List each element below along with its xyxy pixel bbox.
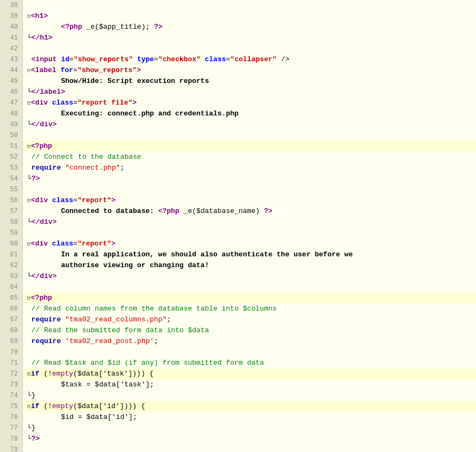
token-php-tag: ?> bbox=[31, 173, 40, 184]
token-tag: <label bbox=[31, 65, 56, 76]
token-fold[interactable]: ⊟ bbox=[27, 240, 30, 248]
line-number: 41 bbox=[0, 33, 22, 43]
token-plain: ( bbox=[73, 369, 78, 379]
token-plain bbox=[61, 163, 65, 173]
token-php-keyword: if bbox=[31, 401, 40, 412]
token-attr-value: "show_reports" bbox=[74, 54, 133, 65]
line-number: 48 bbox=[0, 108, 22, 119]
code-line bbox=[23, 0, 476, 11]
token-attr-value: "show_reports" bbox=[78, 65, 137, 76]
line-number: 74 bbox=[0, 390, 22, 401]
code-line: Executing: connect.php and credentials.p… bbox=[23, 108, 476, 119]
code-content[interactable]: ⊟<h1> <?php _e($app_title); ?>└</h1> <in… bbox=[23, 0, 476, 452]
code-line: ⊟<div class="report"> bbox=[23, 238, 476, 249]
token-fold[interactable]: ⊟ bbox=[27, 197, 30, 205]
code-line: └} bbox=[23, 423, 476, 434]
token-plain: = bbox=[74, 412, 86, 423]
token-php-var: $database_name bbox=[196, 206, 255, 217]
line-numbers: 3839404142434445464748495051525354555657… bbox=[0, 0, 23, 452]
code-line bbox=[23, 184, 476, 195]
code-line: ⊟if (!empty($data['task']))) { bbox=[23, 369, 476, 379]
token-php-string-sq: 'tma02_read_post.php' bbox=[65, 336, 154, 347]
line-number: 63 bbox=[0, 271, 22, 282]
line-number: 56 bbox=[0, 195, 22, 206]
token-php-var: $data['task'] bbox=[78, 369, 132, 379]
token-fold[interactable]: ⊟ bbox=[27, 403, 30, 411]
token-php-var: $id bbox=[61, 412, 73, 423]
token-php-func: empty bbox=[52, 401, 73, 412]
line-number: 58 bbox=[0, 217, 22, 228]
token-tag: </div> bbox=[31, 217, 57, 228]
token-fold[interactable]: ⊟ bbox=[27, 294, 30, 302]
line-number: 57 bbox=[0, 206, 22, 217]
line-number: 53 bbox=[0, 163, 22, 173]
token-plain: (! bbox=[40, 401, 52, 412]
token-plain bbox=[27, 206, 61, 217]
token-php-comment: // Read column names from the database t… bbox=[31, 304, 276, 314]
code-line bbox=[23, 444, 476, 452]
token-attr-name: id bbox=[61, 54, 69, 65]
code-line: // Read the submitted form data into $da… bbox=[23, 325, 476, 336]
code-line: └</div> bbox=[23, 217, 476, 228]
token-attr-name: type bbox=[137, 54, 154, 65]
code-line: └</div> bbox=[23, 119, 476, 130]
token-text-content: authorise viewing or changing data! bbox=[61, 260, 209, 271]
token-plain: /> bbox=[276, 54, 289, 65]
line-number: 59 bbox=[0, 228, 22, 238]
token-plain bbox=[27, 336, 31, 347]
token-php-var: $data['id'] bbox=[78, 401, 124, 412]
code-line: └?> bbox=[23, 173, 476, 184]
line-number: 54 bbox=[0, 173, 22, 184]
token-plain: └ bbox=[27, 173, 31, 184]
token-plain: (! bbox=[40, 369, 52, 379]
line-number: 47 bbox=[0, 98, 22, 108]
token-tag: <div bbox=[31, 195, 48, 206]
line-number: 39 bbox=[0, 11, 22, 22]
code-line: ⊟<h1> bbox=[23, 11, 476, 22]
token-plain: ; bbox=[150, 379, 154, 390]
line-number: 75 bbox=[0, 401, 22, 412]
line-number: 61 bbox=[0, 249, 22, 260]
token-fold[interactable]: ⊟ bbox=[27, 12, 30, 21]
token-tag: <input bbox=[31, 54, 57, 65]
code-line: ⊟<?php bbox=[23, 293, 476, 304]
line-number: 45 bbox=[0, 76, 22, 87]
line-number: 69 bbox=[0, 336, 22, 347]
token-attr-name: class bbox=[52, 195, 73, 206]
token-php-tag: <?php bbox=[31, 141, 52, 152]
token-plain: = bbox=[73, 195, 78, 206]
code-line: // Read column names from the database t… bbox=[23, 304, 476, 314]
code-line: └?> bbox=[23, 434, 476, 444]
token-plain bbox=[27, 412, 61, 423]
token-attr-value: "report" bbox=[78, 195, 111, 206]
token-tag: > bbox=[111, 238, 115, 249]
token-plain bbox=[201, 54, 205, 65]
token-plain bbox=[27, 76, 61, 87]
token-plain bbox=[27, 260, 61, 271]
token-plain: = bbox=[82, 379, 94, 390]
token-fold[interactable]: ⊟ bbox=[27, 370, 30, 378]
token-plain: = bbox=[73, 238, 78, 249]
token-plain bbox=[27, 54, 31, 65]
token-fold[interactable]: ⊟ bbox=[27, 99, 30, 107]
code-line: $id = $data['id']; bbox=[23, 412, 476, 423]
token-plain bbox=[27, 314, 31, 325]
token-plain bbox=[61, 314, 65, 325]
token-php-comment: // Read the submitted form data into $da… bbox=[31, 325, 209, 336]
token-php-keyword: require bbox=[31, 163, 61, 173]
token-tag: > bbox=[132, 98, 137, 108]
token-plain: └ bbox=[27, 434, 31, 444]
token-plain: ; bbox=[166, 314, 171, 325]
code-line: ⊟<?php bbox=[23, 141, 476, 152]
token-plain bbox=[48, 98, 52, 108]
token-attr-value: "report" bbox=[78, 238, 111, 249]
token-plain: ; bbox=[120, 163, 125, 173]
token-tag: </label> bbox=[31, 87, 65, 98]
token-text-content: In a real application, we should also au… bbox=[61, 249, 352, 260]
token-tag: </h1> bbox=[31, 33, 53, 43]
token-plain bbox=[27, 304, 31, 314]
code-editor: 3839404142434445464748495051525354555657… bbox=[0, 0, 476, 452]
token-fold[interactable]: ⊟ bbox=[27, 143, 30, 151]
token-fold[interactable]: ⊟ bbox=[27, 67, 30, 75]
token-php-var: $data['task'] bbox=[95, 379, 150, 390]
